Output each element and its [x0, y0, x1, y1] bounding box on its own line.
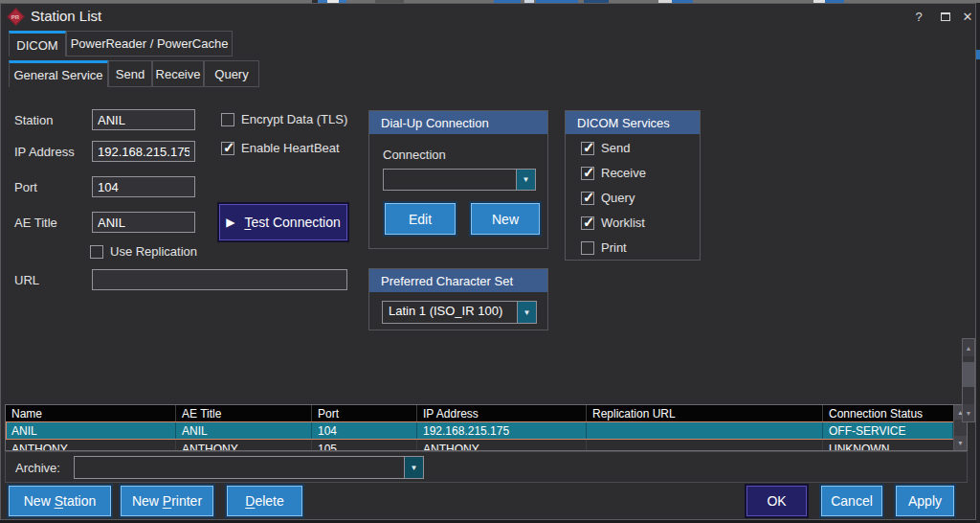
scrollbar-thumb[interactable]	[963, 362, 974, 387]
cell-name: ANTHONY	[6, 440, 176, 451]
subtab-general-service[interactable]: General Service	[9, 60, 108, 87]
play-icon: ▶	[226, 216, 234, 229]
table-row[interactable]: ANIL ANIL 104 192.168.215.175 OFF-SERVIC…	[6, 421, 967, 440]
cell-port: 105	[312, 440, 417, 451]
station-input[interactable]	[92, 109, 195, 130]
checkbox-icon	[90, 245, 103, 259]
column-ip-address[interactable]: IP Address	[417, 405, 587, 421]
maximize-button[interactable]	[935, 7, 956, 26]
column-name[interactable]: Name	[6, 405, 176, 421]
cell-ip-address: ANTHONY	[417, 440, 587, 451]
service-query-checkbox[interactable]: Query	[581, 191, 635, 205]
column-ae-title[interactable]: AE Title	[176, 405, 312, 421]
checkbox-icon	[221, 113, 234, 126]
archive-dropdown[interactable]	[74, 456, 424, 479]
tab-dicom[interactable]: DICOM	[9, 31, 66, 57]
subtab-query[interactable]: Query	[204, 60, 259, 87]
test-connection-button[interactable]: ▶ Test Connection	[219, 204, 347, 240]
column-replication-url[interactable]: Replication URL	[587, 405, 823, 421]
charset-dropdown[interactable]: Latin 1 (ISO_IR 100)	[382, 301, 537, 324]
apply-button[interactable]: Apply	[896, 486, 954, 516]
subtab-receive[interactable]: Receive	[152, 60, 204, 87]
encrypt-tls-label: Encrypt Data (TLS)	[241, 112, 347, 126]
connection-label: Connection	[383, 148, 446, 162]
window-title: Station List	[31, 8, 101, 24]
cancel-button[interactable]: Cancel	[821, 486, 882, 516]
archive-panel: Archive:	[5, 451, 968, 483]
url-label: URL	[14, 273, 39, 287]
charset-dropdown-value: Latin 1 (ISO_IR 100)	[383, 302, 517, 323]
cell-replication-url	[587, 421, 823, 440]
subtab-send[interactable]: Send	[108, 60, 152, 87]
port-input[interactable]	[92, 176, 195, 197]
dicom-services-header: DICOM Services	[566, 111, 700, 134]
service-receive-label: Receive	[601, 166, 646, 180]
service-send-label: Send	[601, 141, 630, 155]
dialup-connection-group: Dial-Up Connection Connection Edit New	[368, 110, 548, 249]
chevron-down-icon[interactable]	[404, 457, 423, 478]
checkbox-icon	[581, 142, 594, 155]
ip-address-label: IP Address	[14, 145, 75, 159]
ae-title-label: AE Title	[14, 216, 57, 230]
use-replication-label: Use Replication	[110, 244, 197, 259]
new-station-label: New Station	[24, 493, 97, 509]
titlebar[interactable]: PR Station List ? ✕	[1, 4, 975, 30]
chevron-down-icon[interactable]	[517, 302, 536, 323]
cell-connection-status: UNKNOWN	[823, 440, 953, 451]
scroll-down-icon[interactable]: ▼	[954, 436, 967, 450]
archive-label: Archive:	[15, 461, 60, 475]
background-right-sliver	[976, 3, 980, 523]
cell-ip-address: 192.168.215.175	[417, 421, 587, 440]
ae-title-input[interactable]	[92, 212, 195, 233]
chevron-down-icon[interactable]	[516, 170, 535, 190]
checkbox-icon	[581, 216, 594, 230]
cell-port: 104	[312, 421, 417, 440]
checkbox-icon	[581, 241, 594, 255]
service-receive-checkbox[interactable]: Receive	[581, 166, 646, 180]
new-printer-label: New Printer	[132, 493, 202, 509]
help-button[interactable]: ?	[908, 7, 929, 26]
scroll-up-icon[interactable]: ▲	[963, 339, 974, 356]
checkbox-icon	[221, 142, 234, 155]
column-port[interactable]: Port	[312, 405, 417, 421]
cell-connection-status: OFF-SERVICE	[823, 421, 953, 440]
service-worklist-label: Worklist	[601, 216, 645, 230]
service-worklist-checkbox[interactable]: Worklist	[581, 216, 645, 230]
edit-button[interactable]: Edit	[385, 203, 456, 235]
column-connection-status[interactable]: Connection Status	[823, 405, 953, 421]
connection-dropdown-value	[384, 170, 516, 190]
service-print-checkbox[interactable]: Print	[581, 240, 627, 255]
panel-scrollbar[interactable]: ▲ ▼	[962, 338, 975, 422]
close-button[interactable]: ✕	[957, 7, 978, 26]
encrypt-tls-checkbox[interactable]: Encrypt Data (TLS)	[221, 112, 347, 126]
dicom-services-group: DICOM Services Send Receive Query Workli…	[565, 110, 701, 261]
station-label: Station	[14, 113, 53, 127]
cell-ae-title: ANTHONY	[176, 440, 312, 451]
enable-heartbeat-checkbox[interactable]: Enable HeartBeat	[221, 141, 340, 155]
preferred-charset-group: Preferred Character Set Latin 1 (ISO_IR …	[368, 268, 548, 330]
test-connection-label: Test Connection	[244, 215, 340, 230]
ip-address-input[interactable]	[92, 141, 195, 162]
table-row[interactable]: ANTHONY ANTHONY 105 ANTHONY UNKNOWN	[6, 440, 967, 451]
app-icon: PR	[7, 8, 24, 25]
cell-ae-title: ANIL	[176, 421, 312, 440]
connection-dropdown[interactable]	[383, 169, 536, 191]
checkbox-icon	[581, 192, 594, 205]
cell-replication-url	[587, 440, 823, 451]
service-query-label: Query	[601, 191, 635, 205]
new-button[interactable]: New	[471, 203, 540, 235]
new-station-button[interactable]: New Station	[9, 486, 111, 516]
delete-label: Delete	[245, 493, 283, 509]
use-replication-checkbox[interactable]: Use Replication	[90, 244, 197, 259]
archive-dropdown-value	[75, 457, 404, 478]
tab-powerreader-powercache[interactable]: PowerReader / PowerCache	[66, 31, 233, 57]
service-send-checkbox[interactable]: Send	[581, 141, 630, 155]
station-table: Name AE Title Port IP Address Replicatio…	[5, 404, 968, 451]
ok-button[interactable]: OK	[746, 486, 807, 516]
cell-name: ANIL	[6, 421, 176, 440]
service-print-label: Print	[601, 240, 627, 255]
delete-button[interactable]: Delete	[227, 486, 302, 516]
url-input[interactable]	[92, 269, 347, 290]
scroll-down-icon[interactable]: ▼	[963, 404, 974, 421]
new-printer-button[interactable]: New Printer	[121, 486, 213, 516]
